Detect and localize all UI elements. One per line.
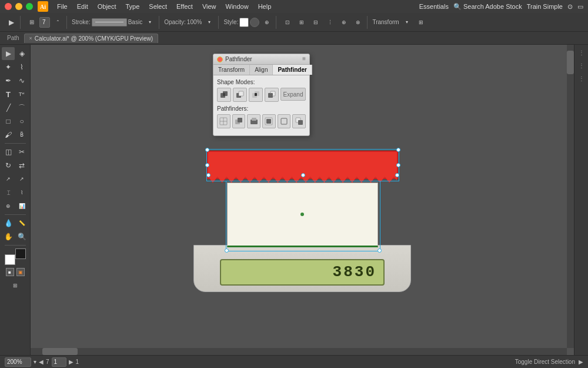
- fill-icon[interactable]: ■: [6, 268, 14, 276]
- status-arrow[interactable]: ▶: [579, 359, 583, 365]
- foreground-color-box[interactable]: [15, 248, 26, 259]
- crop-btn[interactable]: [262, 114, 276, 128]
- merge-btn[interactable]: [247, 114, 260, 128]
- chart-tool[interactable]: 📊: [15, 200, 28, 213]
- align-btn-3[interactable]: ⊟: [309, 16, 322, 29]
- zoom-input[interactable]: [5, 357, 31, 367]
- menu-window[interactable]: Window: [222, 2, 253, 11]
- style-circle[interactable]: [250, 18, 259, 27]
- calculator-body: 3830: [193, 151, 411, 292]
- panel-menu-icon[interactable]: ≡: [302, 55, 306, 62]
- touch-type-tool[interactable]: Tʷ: [15, 88, 28, 101]
- shear-tool[interactable]: ↗: [15, 173, 28, 185]
- outline-btn[interactable]: [278, 114, 291, 128]
- unite-btn[interactable]: [217, 88, 231, 102]
- align-btn-1[interactable]: ⊡: [281, 16, 294, 29]
- stroke-icon[interactable]: ▣: [16, 268, 25, 276]
- close-button[interactable]: [5, 3, 12, 10]
- tab-close-icon[interactable]: ×: [29, 35, 32, 41]
- panel-close-button[interactable]: [217, 57, 223, 62]
- pen-tool[interactable]: ✒: [2, 74, 15, 87]
- right-panel-btn-3[interactable]: ⋮: [576, 73, 587, 84]
- line-tool[interactable]: ╱: [2, 101, 15, 114]
- divide-btn[interactable]: [217, 114, 230, 128]
- right-panel-btn-1[interactable]: ⋮: [576, 47, 587, 58]
- menu-edit[interactable]: Edit: [73, 2, 92, 11]
- transform-btn[interactable]: ⊞: [25, 16, 38, 29]
- canvas-area[interactable]: 3830 Pathfinder ≡ Transform Align Pathfi…: [31, 45, 574, 355]
- exclude-btn[interactable]: [265, 88, 279, 102]
- transform-icons[interactable]: ⊞: [415, 16, 427, 29]
- minimize-button[interactable]: [15, 3, 22, 10]
- essentials-label[interactable]: Essentials: [419, 3, 449, 10]
- artboard-input[interactable]: [52, 357, 66, 367]
- align-btn-5[interactable]: ⊕: [338, 16, 350, 29]
- document-tab[interactable]: × Calculator.ai* @ 200% (CMYK/GPU Previe…: [24, 34, 159, 43]
- scale-tool[interactable]: ↗: [2, 173, 15, 185]
- arc-tool[interactable]: ⌒: [15, 101, 28, 114]
- eyedropper-tool[interactable]: 💧: [2, 217, 15, 230]
- align-btn-6[interactable]: ⊗: [352, 16, 365, 29]
- measure-tool[interactable]: 📏: [15, 217, 28, 230]
- zoom-tool[interactable]: 🔍: [15, 230, 28, 243]
- scissors-tool[interactable]: ✂: [15, 145, 28, 158]
- hand-tool[interactable]: ✋: [2, 230, 15, 243]
- type-tool[interactable]: T: [2, 88, 15, 101]
- right-panel-btn-2[interactable]: ⋮: [576, 60, 587, 71]
- direct-select-tool[interactable]: ◈: [15, 47, 28, 60]
- blob-brush[interactable]: B̈: [15, 128, 28, 141]
- align-btn-4[interactable]: ⋮: [323, 16, 336, 29]
- artboard-icon[interactable]: ⊞: [9, 279, 22, 292]
- shape-builder[interactable]: ⊕: [2, 200, 15, 213]
- stroke-dropdown[interactable]: ▾: [143, 16, 156, 29]
- stroke-preview[interactable]: [92, 18, 127, 26]
- vertical-scrollbar[interactable]: [567, 45, 574, 348]
- minus-back-btn[interactable]: [292, 114, 306, 128]
- panel-tab-transform[interactable]: Transform: [213, 65, 250, 75]
- align-btn-2[interactable]: ⊞: [295, 16, 308, 29]
- transform-expand[interactable]: ▾: [400, 16, 413, 29]
- magic-wand-tool[interactable]: ✦: [2, 61, 15, 74]
- rotate-tool[interactable]: ↻: [2, 159, 15, 172]
- menu-effect[interactable]: Effect: [172, 2, 197, 11]
- select-tool[interactable]: ▶: [2, 47, 15, 60]
- panel-tab-pathfinder[interactable]: Pathfinder: [273, 65, 312, 75]
- rect-tool[interactable]: □: [2, 115, 15, 128]
- opacity-dropdown[interactable]: ▾: [203, 16, 216, 29]
- style-swatch[interactable]: [239, 18, 249, 27]
- ellipse-tool[interactable]: ○: [15, 115, 28, 128]
- select-tool-btn[interactable]: ▶: [5, 16, 18, 29]
- menu-help[interactable]: Help: [254, 2, 276, 11]
- menu-object[interactable]: Object: [93, 2, 121, 11]
- next-page[interactable]: ▶: [69, 359, 74, 365]
- zoom-dropdown[interactable]: ▾: [34, 359, 36, 365]
- vscroll-thumb[interactable]: [567, 51, 574, 74]
- transform-x-input[interactable]: [39, 17, 50, 28]
- search-stock[interactable]: 🔍 Search Adobe Stock: [453, 3, 522, 11]
- menu-view[interactable]: View: [198, 2, 220, 11]
- trim-btn[interactable]: [232, 114, 246, 128]
- lasso-tool[interactable]: ⌇: [15, 61, 28, 74]
- eraser-tool[interactable]: ◫: [2, 145, 15, 158]
- width-tool[interactable]: ⌶: [2, 186, 15, 199]
- prev-page[interactable]: ◀: [39, 359, 44, 365]
- hscroll-thumb[interactable]: [42, 348, 78, 355]
- artboard-tool[interactable]: ⊞: [9, 279, 22, 292]
- curvature-tool[interactable]: ∿: [15, 74, 28, 87]
- panel-tab-align[interactable]: Align: [250, 65, 273, 75]
- transform-arrow[interactable]: ⌃: [51, 16, 64, 29]
- reflect-tool[interactable]: ⇄: [15, 159, 28, 172]
- brush-tool[interactable]: 🖌: [2, 128, 15, 141]
- menu-type[interactable]: Type: [122, 2, 144, 11]
- intersect-btn[interactable]: [249, 88, 263, 102]
- color-selector[interactable]: [5, 248, 26, 265]
- minus-front-btn[interactable]: [233, 88, 247, 102]
- menu-file[interactable]: File: [53, 2, 72, 11]
- style-option[interactable]: ⊕: [260, 16, 273, 29]
- menu-select[interactable]: Select: [145, 2, 171, 11]
- maximize-button[interactable]: [26, 3, 33, 10]
- warp-tool[interactable]: ⌇: [15, 186, 28, 199]
- horizontal-scrollbar[interactable]: [31, 348, 567, 355]
- expand-button[interactable]: Expand: [280, 88, 306, 101]
- background-color-box[interactable]: [5, 254, 15, 265]
